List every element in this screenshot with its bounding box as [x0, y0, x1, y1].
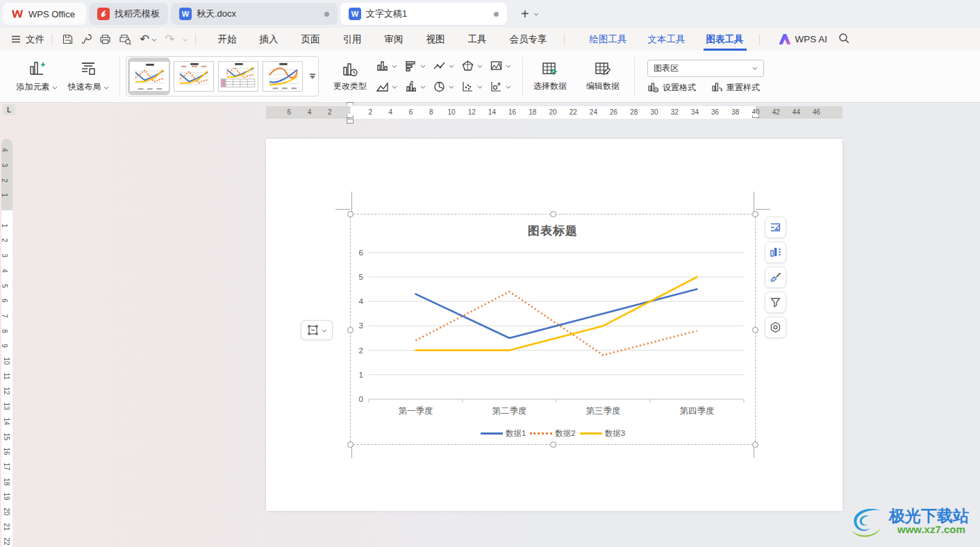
svg-text:第二季度: 第二季度 [492, 406, 527, 416]
left-indent-marker[interactable] [347, 119, 354, 124]
legend-item[interactable]: 数据3 [580, 428, 625, 439]
wps-ai-button[interactable]: WPS AI [779, 34, 828, 44]
type-column-chart-button[interactable] [376, 56, 397, 76]
tab-qiutian-docx[interactable]: W 秋天.docx [171, 3, 338, 25]
svg-text:4: 4 [359, 297, 364, 305]
brush-format-button[interactable] [765, 267, 786, 288]
svg-text:6: 6 [359, 249, 363, 257]
ruler-number: 12 [468, 108, 476, 116]
menu-item-page[interactable]: 页面 [301, 33, 320, 46]
chart-style-thumb-4 [263, 61, 303, 92]
resize-handle-w[interactable] [347, 327, 354, 333]
file-menu[interactable]: 文件 [11, 33, 44, 46]
type-bar-chart-button[interactable] [404, 56, 426, 76]
search-button[interactable] [838, 33, 850, 47]
type-column3d-chart-button[interactable] [404, 77, 426, 96]
resize-handle-nw[interactable] [347, 211, 354, 217]
redo-chevron-icon[interactable] [183, 37, 187, 41]
edit-data-button[interactable]: 编辑数据 [581, 61, 624, 92]
gallery-thumb[interactable] [172, 58, 215, 95]
type-surface-chart-button[interactable] [490, 56, 511, 76]
gallery-thumb[interactable] [262, 58, 304, 95]
ruler-number: 13 [3, 403, 10, 410]
tab-stop-selector[interactable]: L [3, 104, 15, 115]
line-chart-plot[interactable]: 0123456第一季度第二季度第三季度第四季度 [351, 214, 756, 446]
tab-modified-dot[interactable] [494, 12, 499, 17]
layout-options-button[interactable] [301, 320, 333, 340]
print-icon[interactable] [99, 33, 111, 45]
chart-style-thumb-1 [129, 61, 169, 92]
legend-item[interactable]: 数据2 [530, 428, 575, 439]
type-area-chart-button[interactable] [376, 77, 397, 96]
menu-item-tools[interactable]: 工具 [468, 33, 487, 46]
tab-docer[interactable]: 找稻壳模板 [89, 3, 168, 25]
resize-handle-sw[interactable] [347, 441, 354, 448]
type-scatter-chart-button[interactable] [461, 77, 483, 96]
ruler-number: 16 [3, 448, 10, 455]
divider [522, 57, 523, 96]
print-preview-icon[interactable] [119, 33, 132, 45]
svg-text:第一季度: 第一季度 [399, 406, 433, 416]
save-icon[interactable] [62, 33, 74, 45]
menu-item-view[interactable]: 视图 [426, 33, 445, 46]
type-line-chart-button[interactable] [433, 56, 454, 76]
horizontal-ruler[interactable]: 6422468101214161820222426283032343638404… [266, 106, 842, 119]
chart-settings-button[interactable] [765, 317, 786, 338]
legend-item[interactable]: 数据1 [481, 428, 526, 439]
new-tab-button[interactable]: + [521, 7, 529, 21]
settings-hexagon-icon [769, 321, 782, 334]
menu-item-home[interactable]: 开始 [218, 33, 237, 46]
chart-legend[interactable]: 数据1数据2数据3 [351, 428, 755, 439]
resize-handle-se[interactable] [752, 441, 758, 448]
svg-text:5: 5 [359, 273, 363, 281]
resize-handle-ne[interactable] [752, 211, 758, 217]
ruler-number: 21 [3, 523, 10, 530]
export-pdf-icon[interactable] [81, 33, 92, 45]
vertical-ruler[interactable]: 432112345678910111213141516171819202122 [1, 139, 13, 547]
type-pie-chart-button[interactable] [433, 77, 454, 96]
change-type-button[interactable]: 更改类型 [329, 61, 372, 92]
tab-drawing-tools[interactable]: 绘图工具 [590, 28, 627, 51]
ruler-number: 14 [488, 108, 496, 116]
tab-wps-home[interactable]: WPS Office [3, 3, 86, 25]
divider [119, 57, 120, 96]
chart-elements-button[interactable] [765, 217, 786, 238]
chart-style-button[interactable] [765, 242, 786, 263]
resize-handle-n[interactable] [550, 211, 556, 217]
gallery-thumb[interactable] [217, 58, 260, 95]
menu-item-reference[interactable]: 引用 [343, 33, 362, 46]
add-element-button[interactable]: 添加元素 [11, 60, 63, 93]
chart-object[interactable]: 图表标题 0123456第一季度第二季度第三季度第四季度 数据1数据2数据3 [350, 214, 756, 445]
tab-modified-dot[interactable] [324, 12, 329, 17]
document-page[interactable]: 图表标题 0123456第一季度第二季度第三季度第四季度 数据1数据2数据3 [266, 139, 842, 511]
chart-filter-button[interactable] [765, 292, 786, 313]
legend-label: 数据2 [555, 428, 575, 439]
resize-handle-s[interactable] [550, 441, 556, 448]
gallery-more-button[interactable] [308, 74, 317, 79]
chart-title[interactable]: 图表标题 [351, 223, 755, 239]
ruler-number: 6 [288, 108, 292, 116]
gallery-thumb-selected[interactable] [128, 58, 170, 95]
ruler-number: 2 [1, 178, 8, 183]
chevron-down-icon [478, 64, 482, 68]
resize-handle-e[interactable] [752, 327, 758, 333]
menu-item-membership[interactable]: 会员专享 [510, 33, 547, 46]
redo-icon[interactable]: ↷ [165, 32, 174, 47]
type-bubble-chart-button[interactable] [490, 77, 511, 96]
tab-label: 文字文稿1 [366, 8, 407, 20]
quick-layout-button[interactable]: 快速布局 [63, 60, 114, 93]
set-format-button[interactable]: 设置格式 [647, 82, 696, 94]
tab-chart-tools[interactable]: 图表工具 [706, 28, 744, 51]
chevron-down-icon [449, 85, 454, 89]
undo-button[interactable]: ↶ [140, 32, 157, 47]
tab-text-tools[interactable]: 文本工具 [648, 28, 686, 51]
tab-list-chevron-icon[interactable] [533, 12, 538, 16]
chart-element-selector[interactable]: 图表区 [647, 60, 764, 77]
type-radar-chart-button[interactable] [461, 56, 483, 76]
reset-style-button[interactable]: 重置样式 [711, 82, 760, 94]
menu-item-review[interactable]: 审阅 [385, 33, 404, 46]
menu-item-insert[interactable]: 插入 [260, 33, 279, 46]
tab-current-doc[interactable]: W 文字文稿1 [340, 3, 507, 25]
bar-chart-icon [404, 60, 417, 72]
select-data-button[interactable]: 选择数据 [529, 61, 572, 92]
